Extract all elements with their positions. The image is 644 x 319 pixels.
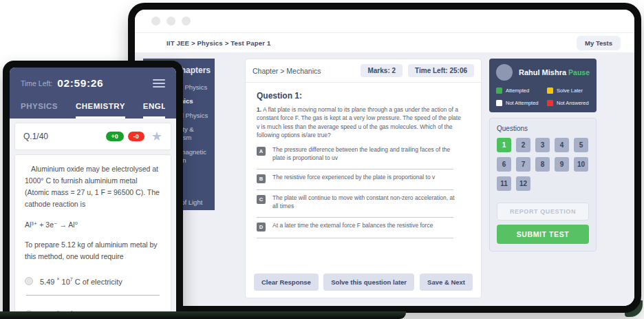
mobile-question-card: Aluminium oxide may be electrolysed at 1…	[14, 154, 171, 319]
mobile-header: Time Left: 02:59:26 PHYSICS CHEMISTRY EN…	[10, 68, 176, 119]
question-text: 1. A flat plate is moving normal to its …	[257, 105, 463, 139]
coefficient: 5.49	[40, 278, 54, 286]
app-content: Chapters General Physics Mechanics Therm…	[135, 53, 634, 306]
option-b[interactable]: B The resistive force experienced by the…	[257, 174, 470, 183]
mobile-question-text-2: To prepare 5.12 kg of aluminium metal by…	[25, 239, 161, 263]
legend-not-answered: Not Answered	[547, 100, 590, 106]
radio-button[interactable]	[25, 277, 33, 285]
my-tests-button[interactable]: My Tests	[577, 36, 621, 50]
option-a-text: The pressure difference between the lead…	[272, 146, 458, 163]
question-number-11[interactable]: 11	[497, 176, 511, 191]
option-c[interactable]: C The plate will continue to move with c…	[257, 194, 470, 211]
mobile-body: Q.1/40 +0 -0 ★ Aluminium oxide may be el…	[10, 119, 176, 319]
times-sign: ×	[54, 276, 61, 281]
marks-badge: Marks: 2	[361, 64, 402, 77]
save-next-button[interactable]: Save & Next	[420, 274, 473, 291]
not-attempted-swatch	[496, 100, 502, 106]
attempted-swatch	[496, 88, 502, 94]
mobile-question-number: Q.1/40	[23, 132, 48, 141]
window-control-dot[interactable]	[151, 17, 160, 25]
mobile-question-text: Aluminium oxide may be electrolysed at 1…	[25, 163, 161, 210]
legend-attempted: Attempted	[496, 88, 547, 94]
question-number-10[interactable]: 10	[574, 157, 588, 172]
profile-name: Rahul Mishra	[519, 68, 566, 76]
subject-tabs: PHYSICS CHEMISTRY ENGLISH PROFICIENCY	[21, 102, 165, 119]
divider	[257, 189, 453, 190]
tab-chemistry[interactable]: CHEMISTRY	[76, 102, 125, 119]
hamburger-menu-icon[interactable]	[153, 79, 165, 88]
clear-response-button[interactable]: Clear Response	[254, 274, 319, 291]
window-control-dot[interactable]	[182, 17, 191, 25]
option-b-text: The resistive force experienced by the p…	[272, 174, 435, 182]
option-d-text: At a later time the external force F bal…	[272, 222, 433, 230]
profile-card: Rahul Mishra Pause Attempted Solve Later	[489, 59, 597, 112]
option-c-letter: C	[257, 195, 266, 204]
avatar	[496, 64, 513, 81]
option-c-text: The plate will continue to move with con…	[272, 194, 458, 211]
not-answered-swatch	[547, 100, 553, 106]
option-b-letter: B	[257, 174, 266, 183]
window-control-dot[interactable]	[167, 17, 175, 25]
question-panel: Chapter > Mechanics Marks: 2 Time Left: …	[245, 59, 482, 298]
divider	[257, 169, 453, 169]
legend-solve-later: Solve Later	[547, 88, 590, 94]
option-a[interactable]: A The pressure difference between the le…	[257, 146, 470, 163]
power-base: 10	[62, 278, 70, 286]
browser-window: IIT JEE > Physics > Test Paper 1 My Test…	[128, 3, 641, 313]
browser-inner: IIT JEE > Physics > Test Paper 1 My Test…	[135, 10, 634, 306]
mobile-question-header-card: Q.1/40 +0 -0 ★	[14, 123, 171, 150]
chapter-breadcrumb: Chapter > Mechanics	[253, 67, 321, 75]
bookmark-star-icon[interactable]: ★	[151, 130, 162, 143]
questions-title: Questions	[497, 125, 589, 132]
question-number-1[interactable]: 1	[497, 138, 511, 152]
mobile-panel: Time Left: 02:59:26 PHYSICS CHEMISTRY EN…	[3, 61, 183, 319]
breadcrumb[interactable]: IIT JEE > Physics > Test Paper 1	[167, 39, 270, 47]
question-number-8[interactable]: 8	[535, 157, 550, 172]
breadcrumb-bar: IIT JEE > Physics > Test Paper 1 My Test…	[135, 33, 634, 53]
question-number-4[interactable]: 4	[555, 138, 569, 152]
tab-english-proficiency[interactable]: ENGLISH PROFICIENCY	[143, 102, 165, 119]
question-number-2[interactable]: 2	[516, 138, 530, 152]
submit-test-button[interactable]: SUBMIT TEST	[497, 225, 589, 244]
option-a-letter: A	[257, 147, 266, 156]
question-text-body: A flat plate is moving normal to its pla…	[257, 106, 461, 138]
window-titlebar	[135, 10, 634, 33]
status-legend: Attempted Solve Later Not Attempted	[496, 88, 590, 106]
positive-marks-pill: +0	[106, 132, 124, 141]
question-panel-header: Chapter > Mechanics Marks: 2 Time Left: …	[246, 59, 481, 83]
tab-physics[interactable]: PHYSICS	[21, 102, 58, 119]
mobile-screen: Time Left: 02:59:26 PHYSICS CHEMISTRY EN…	[10, 68, 176, 319]
question-number-grid: 1 2 3 4 5 6 7 8 9 10 11 12	[497, 138, 589, 191]
questions-card: Questions 1 2 3 4 5 6 7 8 9 10 11	[489, 118, 597, 251]
palette-panel: Rahul Mishra Pause Attempted Solve Later	[489, 59, 597, 251]
question-title: Question 1:	[257, 91, 470, 101]
cathode-reaction-equation: Al³⁺ + 3e⁻ → Al⁰	[25, 220, 161, 229]
question-number-6[interactable]: 6	[497, 157, 511, 172]
time-left-badge: Time Left: 25:06	[408, 64, 474, 77]
question-number-5[interactable]: 5	[574, 138, 588, 152]
pause-button[interactable]: Pause	[568, 68, 590, 76]
time-left-label: Time Left:	[21, 79, 52, 88]
question-number-9[interactable]: 9	[555, 157, 569, 172]
legend-label: Not Answered	[557, 100, 589, 106]
mobile-option-1[interactable]: 5.49×107 C of electricity	[25, 276, 161, 286]
solve-later-button[interactable]: Solve this question later	[323, 274, 414, 291]
unit: C of electricity	[73, 278, 122, 286]
question-number-12[interactable]: 12	[516, 176, 530, 191]
negative-marks-pill: -0	[128, 132, 144, 141]
report-question-button[interactable]: REPORT QUESTION	[497, 203, 589, 220]
legend-label: Not Attempted	[506, 100, 539, 106]
legend-not-attempted: Not Attempted	[496, 100, 547, 106]
question-body: Question 1: 1. A flat plate is moving no…	[246, 83, 481, 238]
question-number-7[interactable]: 7	[516, 157, 530, 172]
option-d[interactable]: D At a later time the external force F b…	[257, 222, 470, 231]
divider	[26, 295, 160, 296]
divider	[257, 238, 453, 238]
bottom-accent-strip	[0, 311, 406, 319]
question-number-3[interactable]: 3	[535, 138, 550, 152]
mobile-option-1-text: 5.49×107 C of electricity	[40, 276, 122, 286]
option-d-letter: D	[257, 223, 266, 231]
question-footer: Clear Response Solve this question later…	[246, 267, 481, 298]
screenshot-stage: IIT JEE > Physics > Test Paper 1 My Test…	[0, 0, 644, 319]
divider	[257, 217, 453, 218]
